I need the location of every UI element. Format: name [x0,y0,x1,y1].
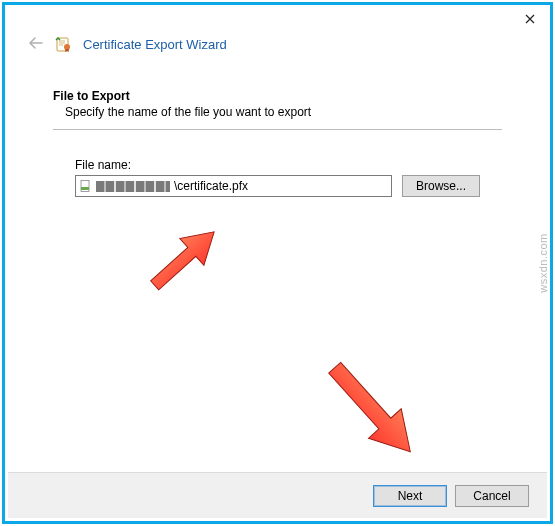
section-divider [53,129,502,130]
section-subtitle: Specify the name of the file you want to… [53,103,502,129]
dialog-frame: Certificate Export Wizard File to Export… [2,2,553,524]
wizard-title: Certificate Export Wizard [83,37,227,52]
wizard-content: File to Export Specify the name of the f… [5,61,550,197]
wizard-header: Certificate Export Wizard [5,35,550,61]
svg-rect-3 [81,187,89,190]
filename-input[interactable]: \certificate.pfx [75,175,392,197]
filename-row: File name: \certificate.pfx Browse... [53,158,502,197]
close-button[interactable] [510,5,550,33]
titlebar [5,5,550,35]
browse-button[interactable]: Browse... [402,175,480,197]
filename-visible-text: \certificate.pfx [174,179,248,193]
cancel-button[interactable]: Cancel [455,485,529,507]
file-icon [80,180,92,192]
back-arrow-icon[interactable] [27,36,45,53]
certificate-icon [55,35,73,53]
redacted-path [96,181,170,192]
next-button[interactable]: Next [373,485,447,507]
dialog-footer: Next Cancel [8,472,547,518]
filename-label: File name: [75,158,480,172]
section-title: File to Export [53,89,502,103]
close-icon [525,14,535,24]
